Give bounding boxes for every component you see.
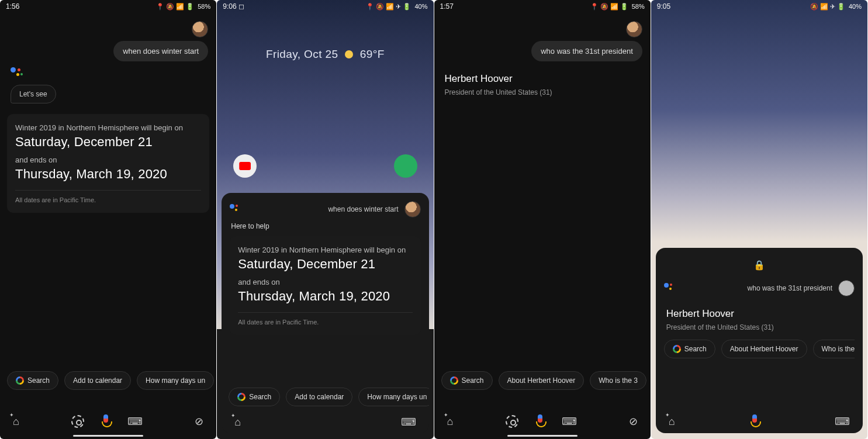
bottom-bar: ⌂ ⌨	[222, 416, 428, 428]
inbox-icon[interactable]: ⌂	[447, 416, 454, 428]
answer-card[interactable]: Winter 2019 in Northern Hemisphere will …	[7, 114, 209, 213]
phone-2: 9:06 ◻ 📍 🔕 📶 ✈ 🔋 40% Friday, Oct 25 69°F…	[217, 0, 433, 439]
keyboard-icon[interactable]: ⌨	[127, 415, 143, 428]
user-query-text[interactable]: who was the 31st president	[748, 284, 832, 292]
answer-line: Winter 2019 in Northern Hemisphere will …	[238, 246, 412, 254]
answer-footnote: All dates are in Pacific Time.	[238, 312, 412, 326]
assistant-panel: when does winter start Here to help Wint…	[222, 193, 428, 433]
answer-date: Saturday, December 21	[15, 134, 201, 150]
status-bar: 1:56 📍 🔕 📶 🔋 58%	[0, 0, 216, 13]
home-indicator[interactable]	[507, 435, 577, 437]
keyboard-icon[interactable]: ⌨	[562, 415, 577, 428]
answer-title: Herbert Hoover	[445, 73, 640, 85]
assistant-logo-icon	[11, 67, 22, 79]
chip-search[interactable]: Search	[7, 371, 58, 390]
phone-4: 9:05 🔕 📶 ✈ 🔋 40% 🔒 who was the 31st pres…	[651, 0, 867, 439]
here-to-help-label: Here to help	[231, 222, 420, 230]
answer-simple[interactable]: Herbert Hoover President of the United S…	[445, 73, 640, 96]
sun-icon	[345, 50, 353, 58]
answer-subtitle: President of the United States (31)	[445, 88, 640, 96]
answer-line: and ends on	[15, 155, 201, 164]
status-bar: 9:05 🔕 📶 ✈ 🔋 40%	[651, 0, 867, 13]
suggestion-chips: Search Add to calendar How many days un	[222, 388, 428, 406]
chip-more[interactable]: Who is the 3	[813, 340, 855, 358]
home-indicator[interactable]	[73, 435, 143, 437]
chip-add-calendar[interactable]: Add to calendar	[64, 371, 131, 390]
inbox-icon[interactable]: ⌂	[234, 416, 241, 428]
mic-icon[interactable]	[749, 414, 760, 428]
battery-text: 40%	[414, 3, 427, 10]
status-misc-icons: 📍 🔕 📶 🔋	[590, 3, 628, 11]
battery-text: 40%	[849, 3, 862, 10]
status-misc-icons: 🔕 📶 ✈ 🔋	[810, 3, 845, 11]
assistant-logo-icon	[664, 283, 675, 293]
status-bar: 1:57 📍 🔕 📶 🔋 58%	[434, 0, 651, 13]
inbox-icon[interactable]: ⌂	[669, 416, 675, 428]
status-time: 1:56	[6, 2, 19, 11]
answer-title: Herbert Hoover	[666, 308, 852, 320]
suggestion-chips: Search About Herbert Hoover Who is the 3	[434, 371, 651, 390]
status-time: 1:57	[440, 2, 454, 11]
answer-footnote: All dates are in Pacific Time.	[15, 190, 201, 203]
bottom-bar: ⌂ ⌨	[656, 414, 863, 428]
answer-line: and ends on	[238, 278, 412, 286]
google-g-icon	[237, 393, 245, 401]
battery-text: 58%	[198, 3, 210, 10]
bottom-bar: ⌂ ⌨ ⊘	[0, 414, 216, 428]
avatar[interactable]	[626, 21, 642, 37]
chip-search[interactable]: Search	[664, 340, 715, 358]
chip-search[interactable]: Search	[441, 371, 493, 390]
chip-more[interactable]: How many days un	[137, 371, 214, 390]
keyboard-icon[interactable]: ⌨	[835, 415, 850, 428]
avatar[interactable]	[838, 280, 855, 296]
status-bar: 9:06 ◻ 📍 🔕 📶 ✈ 🔋 40%	[217, 0, 433, 13]
query-row	[0, 13, 216, 37]
explore-icon[interactable]: ⊘	[629, 415, 638, 428]
answer-date: Thursday, March 19, 2020	[15, 167, 201, 182]
status-icons: 📍 🔕 📶 🔋 58%	[156, 3, 210, 11]
suggestion-chips: Search Add to calendar How many days un	[0, 371, 216, 390]
lock-icon: 🔒	[664, 256, 855, 274]
home-apps-row	[217, 61, 433, 178]
lens-icon[interactable]	[506, 415, 518, 428]
bottom-bar: ⌂ ⌨ ⊘	[434, 414, 651, 428]
chip-about[interactable]: About Herbert Hoover	[499, 371, 585, 390]
status-time: 9:05	[657, 2, 670, 11]
status-icons: 📍 🔕 📶 ✈ 🔋 40%	[366, 3, 427, 11]
google-g-icon	[16, 376, 24, 385]
suggestion-chips: Search About Herbert Hoover Who is the 3	[664, 340, 855, 358]
home-date-widget[interactable]: Friday, Oct 25 69°F	[217, 13, 433, 61]
status-icons: 📍 🔕 📶 🔋 58%	[590, 3, 645, 11]
answer-card[interactable]: Winter 2019 in Northern Hemisphere will …	[230, 236, 420, 335]
answer-line: Winter 2019 in Northern Hemisphere will …	[15, 123, 201, 132]
status-misc-icons: 📍 🔕 📶 🔋	[156, 3, 194, 11]
youtube-app-icon[interactable]	[233, 154, 257, 178]
user-query-bubble[interactable]: who was the 31st president	[531, 41, 642, 61]
keyboard-icon[interactable]: ⌨	[401, 416, 416, 428]
avatar[interactable]	[192, 21, 208, 37]
explore-icon[interactable]: ⊘	[195, 415, 203, 428]
google-g-icon	[450, 376, 458, 385]
battery-text: 58%	[632, 3, 645, 10]
chip-more[interactable]: How many days un	[358, 388, 428, 406]
phone-1: 1:56 📍 🔕 📶 🔋 58% when does winter start …	[0, 0, 216, 439]
avatar[interactable]	[404, 201, 421, 217]
answer-subtitle: President of the United States (31)	[666, 323, 852, 331]
answer-simple[interactable]: Herbert Hoover President of the United S…	[666, 308, 852, 331]
google-g-icon	[673, 345, 681, 353]
inbox-icon[interactable]: ⌂	[13, 416, 19, 428]
chip-about[interactable]: About Herbert Hoover	[721, 340, 807, 358]
user-query-text[interactable]: when does winter start	[328, 205, 398, 213]
chip-search[interactable]: Search	[229, 388, 280, 406]
chip-more[interactable]: Who is the 3	[590, 371, 646, 390]
chip-add-calendar[interactable]: Add to calendar	[286, 388, 352, 406]
phone-3: 1:57 📍 🔕 📶 🔋 58% who was the 31st presid…	[434, 0, 651, 439]
mic-icon[interactable]	[535, 414, 545, 428]
mic-icon[interactable]	[101, 414, 111, 428]
status-icons: 🔕 📶 ✈ 🔋 40%	[810, 3, 862, 11]
user-query-bubble[interactable]: when does winter start	[113, 41, 208, 61]
lens-icon[interactable]	[71, 415, 84, 428]
assistant-chip-reply: Let's see	[11, 85, 56, 103]
status-misc-icons: 📍 🔕 📶 ✈ 🔋	[366, 3, 411, 11]
feedly-app-icon[interactable]	[389, 150, 422, 183]
